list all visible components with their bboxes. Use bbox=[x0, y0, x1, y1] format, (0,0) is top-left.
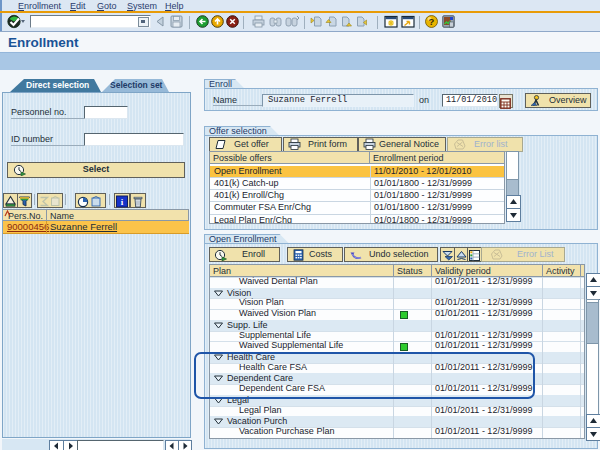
svg-text:?: ? bbox=[429, 16, 435, 27]
